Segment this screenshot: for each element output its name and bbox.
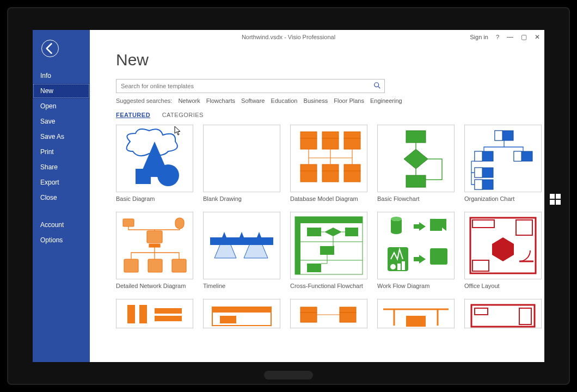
svg-rect-48 <box>345 228 358 236</box>
svg-rect-29 <box>475 180 482 189</box>
svg-marker-54 <box>414 255 426 264</box>
sidebar-item-close[interactable]: Close <box>33 190 90 205</box>
template-partial-3[interactable] <box>290 299 366 328</box>
suggested-business[interactable]: Business <box>304 97 328 104</box>
svg-marker-56 <box>442 266 450 273</box>
template-partial-2[interactable] <box>203 299 279 328</box>
svg-rect-72 <box>220 316 236 323</box>
svg-rect-9 <box>344 132 360 138</box>
minimize-button[interactable]: — <box>507 33 513 41</box>
sidebar-item-options[interactable]: Options <box>33 232 90 248</box>
back-button[interactable] <box>41 40 59 57</box>
template-label: Detailed Network Diagram <box>116 283 192 289</box>
template-partial-5[interactable] <box>464 299 541 328</box>
svg-rect-61 <box>472 220 494 228</box>
template-blank-drawing[interactable]: Blank Drawing <box>203 125 279 202</box>
svg-rect-50 <box>307 264 321 272</box>
svg-rect-43 <box>300 217 363 223</box>
svg-line-1 <box>378 87 380 88</box>
svg-rect-67 <box>139 305 147 323</box>
template-cross-functional[interactable]: Cross-Functional Flowchart <box>290 212 366 289</box>
template-basic-flowchart[interactable]: Basic Flowchart <box>377 125 453 202</box>
tablet-frame: Northwind.vsdx - Visio Professional Sign… <box>8 8 569 384</box>
maximize-button[interactable]: ▢ <box>521 33 527 41</box>
svg-rect-36 <box>172 259 186 272</box>
svg-rect-37 <box>210 237 273 245</box>
svg-rect-74 <box>300 313 317 322</box>
sidebar-item-print[interactable]: Print <box>33 144 90 160</box>
svg-rect-17 <box>406 131 426 143</box>
svg-rect-35 <box>148 259 162 272</box>
template-detailed-network[interactable]: Detailed Network Diagram <box>116 212 192 289</box>
suggested-flowcharts[interactable]: Flowcharts <box>206 97 235 104</box>
template-org-chart[interactable]: Organization Chart <box>464 125 541 202</box>
svg-marker-39 <box>240 232 244 237</box>
sidebar-item-share[interactable]: Share <box>33 160 90 175</box>
svg-rect-59 <box>402 261 405 270</box>
suggested-software[interactable]: Software <box>241 97 265 104</box>
svg-rect-30 <box>123 219 134 226</box>
svg-rect-27 <box>475 168 482 177</box>
svg-rect-8 <box>322 138 339 149</box>
svg-rect-21 <box>495 131 502 140</box>
svg-rect-31 <box>175 218 184 229</box>
window-title: Northwind.vsdx - Visio Professional <box>242 34 335 40</box>
svg-rect-69 <box>155 316 182 321</box>
svg-point-51 <box>391 217 402 221</box>
svg-rect-81 <box>406 316 426 327</box>
main-panel: New Suggested searches: Network Flowchar… <box>90 44 544 362</box>
template-basic-diagram[interactable]: Basic Diagram <box>116 125 192 202</box>
page-title: New <box>116 51 525 69</box>
suggested-engineering[interactable]: Engineering <box>370 97 402 104</box>
template-office-layout[interactable]: Office Layout <box>464 212 541 289</box>
template-partial-4[interactable] <box>377 299 453 328</box>
svg-rect-3 <box>136 169 151 184</box>
search-icon[interactable] <box>373 82 381 90</box>
svg-rect-83 <box>475 308 488 315</box>
template-database-model[interactable]: Database Model Diagram <box>290 125 366 202</box>
svg-rect-15 <box>344 164 360 171</box>
svg-rect-84 <box>519 308 531 324</box>
svg-rect-25 <box>514 151 521 161</box>
suggested-network[interactable]: Network <box>178 97 200 104</box>
backstage-sidebar: Info New Open Save Save As Print Share E… <box>33 30 90 362</box>
template-label: Timeline <box>203 283 279 289</box>
sidebar-item-new[interactable]: New <box>33 83 90 99</box>
sidebar-item-save-as[interactable]: Save As <box>33 129 90 144</box>
template-search[interactable] <box>116 79 385 93</box>
sidebar-item-export[interactable]: Export <box>33 175 90 190</box>
sidebar-item-account[interactable]: Account <box>33 217 90 232</box>
suggested-floorplans[interactable]: Floor Plans <box>334 97 364 104</box>
home-bar <box>264 371 313 379</box>
close-button[interactable]: ✕ <box>535 33 540 41</box>
svg-rect-49 <box>320 246 334 255</box>
template-timeline[interactable]: Timeline <box>203 212 279 289</box>
sidebar-item-open[interactable]: Open <box>33 99 90 114</box>
svg-rect-10 <box>344 138 360 149</box>
svg-rect-55 <box>430 248 447 265</box>
svg-rect-12 <box>300 171 317 182</box>
search-input[interactable] <box>120 82 373 90</box>
template-label: Organization Chart <box>464 195 541 202</box>
template-work-flow[interactable]: Work Flow Diagram <box>377 212 453 289</box>
sign-in-link[interactable]: Sign in <box>470 34 488 40</box>
svg-rect-71 <box>212 307 271 313</box>
suggested-searches: Suggested searches: Network Flowcharts S… <box>116 97 525 104</box>
template-label: Basic Diagram <box>116 195 192 202</box>
sidebar-item-info[interactable]: Info <box>33 68 90 83</box>
svg-rect-75 <box>340 307 356 313</box>
windows-button[interactable] <box>549 193 561 205</box>
template-label: Office Layout <box>464 283 541 289</box>
svg-rect-32 <box>147 231 162 243</box>
suggested-education[interactable]: Education <box>271 97 298 104</box>
help-button[interactable]: ? <box>496 34 499 40</box>
template-label: Blank Drawing <box>203 195 279 202</box>
suggested-label: Suggested searches: <box>116 97 172 104</box>
template-label: Database Model Diagram <box>290 195 366 202</box>
tab-categories[interactable]: CATEGORIES <box>162 112 204 118</box>
tab-featured[interactable]: FEATURED <box>116 112 150 118</box>
sidebar-item-save[interactable]: Save <box>33 114 90 129</box>
svg-rect-41 <box>295 217 363 274</box>
svg-marker-40 <box>257 232 261 237</box>
template-partial-1[interactable] <box>116 299 192 328</box>
